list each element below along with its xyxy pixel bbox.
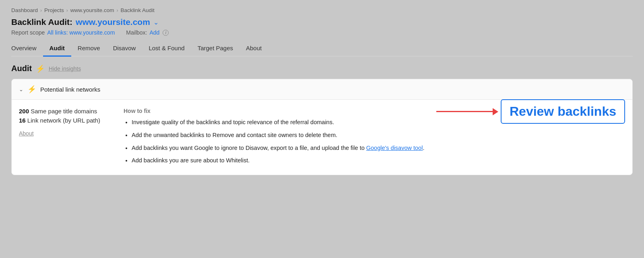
hide-insights-button[interactable]: Hide insights bbox=[49, 66, 81, 72]
tab-disavow[interactable]: Disavow bbox=[107, 41, 142, 57]
dropdown-arrow-icon[interactable]: ⌄ bbox=[153, 18, 159, 26]
insight-title: Potential link networks bbox=[40, 86, 100, 93]
tab-overview[interactable]: Overview bbox=[11, 41, 43, 57]
howtofix-disavow-before: Add backlinks you want Google to ignore … bbox=[132, 145, 366, 151]
tab-remove[interactable]: Remove bbox=[71, 41, 107, 57]
insight-lightning-icon: ⚡ bbox=[27, 85, 36, 94]
list-item: Add backlinks you are sure about to Whit… bbox=[132, 156, 625, 165]
list-item: Add backlinks you want Google to ignore … bbox=[132, 144, 625, 153]
tab-target-pages[interactable]: Target Pages bbox=[191, 41, 239, 57]
section-title: Audit bbox=[11, 64, 32, 73]
nav-tabs: Overview Audit Remove Disavow Lost & Fou… bbox=[11, 41, 633, 57]
breadcrumb-projects[interactable]: Projects bbox=[44, 7, 64, 13]
breadcrumb: Dashboard › Projects › www.yoursite.com … bbox=[11, 7, 633, 13]
stat-line-2: 16 Link network (by URL path) bbox=[19, 117, 111, 124]
breadcrumb-current: Backlink Audit bbox=[121, 7, 155, 13]
report-scope-row: Report scope All links: www.yoursite.com… bbox=[11, 29, 633, 36]
lightning-icon: ⚡ bbox=[36, 64, 45, 73]
breadcrumb-site[interactable]: www.yoursite.com bbox=[70, 7, 114, 13]
howtofix-title: How to fix bbox=[124, 108, 625, 114]
about-link[interactable]: About bbox=[19, 130, 34, 137]
stat-number-1: 200 bbox=[19, 108, 29, 115]
page-title-static: Backlink Audit: bbox=[11, 17, 72, 27]
mailbox-add-link[interactable]: Add bbox=[149, 29, 159, 36]
breadcrumb-sep-1: › bbox=[40, 8, 42, 13]
list-item: Investigate quality of the backlinks and… bbox=[132, 118, 625, 127]
tab-audit[interactable]: Audit bbox=[43, 41, 71, 57]
list-item: Add the unwanted backlinks to Remove and… bbox=[132, 131, 625, 140]
breadcrumb-sep-3: › bbox=[117, 8, 118, 13]
breadcrumb-sep-2: › bbox=[66, 8, 68, 13]
stat-label-2: Link network (by URL path) bbox=[27, 117, 100, 124]
stat-line-1: 200 Same page title domains bbox=[19, 108, 111, 115]
howtofix-disavow-after: . bbox=[423, 145, 424, 151]
report-scope-link[interactable]: All links: www.yoursite.com bbox=[47, 29, 115, 36]
mailbox-label: Mailbox: bbox=[126, 29, 147, 36]
insight-howtofix: How to fix Investigate quality of the ba… bbox=[124, 108, 625, 165]
breadcrumb-dashboard[interactable]: Dashboard bbox=[11, 7, 38, 13]
section-header: Audit ⚡ Hide insights bbox=[11, 64, 633, 73]
site-title-link[interactable]: www.yoursite.com bbox=[76, 17, 150, 27]
chevron-down-icon[interactable]: ⌄ bbox=[19, 86, 23, 92]
tab-about[interactable]: About bbox=[239, 41, 268, 57]
tab-lost-found[interactable]: Lost & Found bbox=[142, 41, 191, 57]
info-icon[interactable]: i bbox=[163, 30, 169, 36]
stat-number-2: 16 bbox=[19, 117, 26, 124]
stat-label-1: Same page title domains bbox=[31, 108, 97, 115]
insight-body: 200 Same page title domains 16 Link netw… bbox=[12, 100, 632, 175]
howtofix-list: Investigate quality of the backlinks and… bbox=[124, 118, 625, 165]
insight-stats: 200 Same page title domains 16 Link netw… bbox=[19, 108, 124, 165]
insights-card: ⌄ ⚡ Potential link networks 200 Same pag… bbox=[11, 79, 633, 175]
report-scope-label: Report scope bbox=[11, 29, 45, 36]
disavow-tool-link[interactable]: Google's disavow tool bbox=[366, 145, 423, 151]
insight-row-header: ⌄ ⚡ Potential link networks bbox=[12, 79, 632, 100]
page-title-row: Backlink Audit: www.yoursite.com ⌄ bbox=[11, 17, 633, 27]
